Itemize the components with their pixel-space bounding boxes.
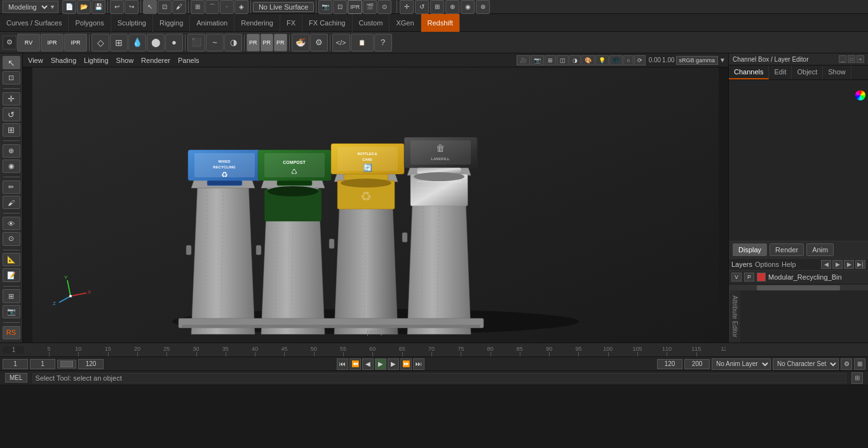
cb-tab-show[interactable]: Show (823, 65, 851, 79)
shelf-help-btn[interactable]: ? (374, 34, 392, 51)
timeline-ruler[interactable]: 5101520253035404550556065707580859095100… (25, 343, 726, 357)
shelf-ipr2-btn[interactable]: IPR (64, 34, 87, 51)
vp-light-btn[interactable]: 💡 (595, 55, 609, 65)
shelf-rv-btn[interactable]: RV (17, 34, 40, 51)
layer-arrow-right2-btn[interactable]: ▶ (844, 260, 854, 269)
select-tool-btn[interactable]: ↖ (3, 56, 20, 69)
move-btn[interactable]: ✛ (400, 0, 414, 14)
layer-arrow-left-btn[interactable]: ◀ (821, 260, 831, 269)
scale-btn[interactable]: ⊞ (430, 0, 444, 14)
viewport-inner[interactable]: MIXED RECYCLING ♻ (23, 67, 728, 343)
go-end-btn[interactable]: ⏭ (413, 358, 424, 370)
cb-maximize-btn[interactable]: □ (848, 55, 855, 63)
no-live-surface-btn[interactable]: No Live Surface (253, 2, 314, 12)
snap-surface-btn[interactable]: ◈ (234, 0, 248, 14)
panels-menu[interactable]: Panels (175, 55, 202, 65)
tab-polygons[interactable]: Polygons (69, 14, 111, 32)
cb-tab-channels[interactable]: Channels (729, 65, 769, 79)
go-start-btn[interactable]: ⏮ (337, 358, 348, 370)
tab-rigging[interactable]: Rigging (153, 14, 190, 32)
paint-weight-btn[interactable]: 🖌 (3, 196, 20, 209)
step-back-btn[interactable]: ⏪ (349, 358, 361, 370)
rs-logo-btn[interactable]: RS (3, 326, 20, 339)
move-tool-btn[interactable]: ✛ (3, 92, 20, 105)
sculpt-btn[interactable]: ✏ (3, 180, 20, 194)
vp-cam2-btn[interactable]: 📷 (531, 55, 544, 65)
measure-btn[interactable]: 📐 (3, 253, 20, 266)
undo-btn[interactable]: ↩ (110, 0, 124, 14)
layer-tab-anim[interactable]: Anim (806, 243, 834, 256)
char-set-icon1[interactable]: ⚙ (841, 358, 852, 370)
iso-btn[interactable]: ⊙ (3, 232, 20, 245)
vp-grid-toggle[interactable]: ⊞ (545, 55, 556, 65)
end-frame-input[interactable] (78, 359, 104, 369)
vp-cam-btn[interactable]: 🎥 (517, 55, 530, 65)
channel-box-scrollbar[interactable] (729, 284, 868, 290)
rotate-btn[interactable]: ↺ (415, 0, 429, 14)
shelf-code-btn[interactable]: </> (332, 34, 350, 51)
mode-selector[interactable]: Modeling Rigging Animation FX ▼ (3, 1, 58, 13)
layer-p-btn[interactable]: P (744, 273, 754, 282)
shelf-arrow1-btn[interactable]: ~ (206, 34, 224, 51)
color-profile-dropdown[interactable]: sRGB gamma (676, 56, 719, 65)
shelf-diamond-btn[interactable]: ◇ (92, 34, 109, 51)
current-frame-input[interactable]: 1 (30, 359, 55, 369)
mode-dropdown[interactable]: Modeling Rigging Animation FX (6, 3, 50, 11)
color-picker-icon[interactable] (855, 90, 865, 100)
open-file-btn[interactable]: 📂 (77, 0, 91, 14)
vp-wire-toggle[interactable]: ◫ (557, 55, 569, 65)
vp-shade-btn[interactable]: ◑ (569, 55, 581, 65)
shelf-grid-btn[interactable]: ⊞ (110, 34, 128, 51)
tab-fx-caching[interactable]: FX Caching (302, 14, 352, 32)
shelf-pr3-btn[interactable]: PR (274, 34, 287, 51)
snap-grid-btn[interactable]: ⊞ (191, 0, 205, 14)
snap-point-btn[interactable]: · (220, 0, 234, 14)
command-input[interactable]: Select Tool: select an object (32, 373, 846, 383)
layer-arrow-end-btn[interactable]: ▶| (855, 260, 865, 269)
viewport[interactable]: View Shading Lighting Show Renderer Pane… (23, 53, 728, 343)
paint-sel-btn[interactable]: 🖌 (172, 0, 186, 14)
tab-sculpting[interactable]: Sculpting (111, 14, 153, 32)
show-menu[interactable]: Show (114, 55, 137, 65)
rd-btn[interactable]: ⊙ (377, 0, 391, 14)
tab-curves-surfaces[interactable]: Curves / Surfaces (0, 14, 69, 32)
shelf-pr2-btn[interactable]: PR (261, 34, 274, 51)
shading-menu[interactable]: Shading (48, 55, 79, 65)
shelf-sphere1-btn[interactable]: ⬤ (147, 34, 165, 51)
layers-options-menu[interactable]: Options (755, 261, 779, 268)
ipr-btn[interactable]: IPR (348, 0, 362, 14)
new-file-btn[interactable]: 📄 (62, 0, 76, 14)
mel-btn[interactable]: MEL (5, 373, 27, 383)
shelf-drop-btn[interactable]: 💧 (128, 34, 146, 51)
snap-curve-btn[interactable]: ⌒ (205, 0, 219, 14)
soft-mod-btn[interactable]: ◉ (3, 160, 20, 173)
shelf-bowl-btn[interactable]: 🍜 (292, 34, 309, 51)
renderer-menu[interactable]: Renderer (139, 55, 173, 65)
layer-tab-display[interactable]: Display (733, 243, 767, 256)
layer-tab-render[interactable]: Render (770, 243, 804, 256)
tab-fx[interactable]: FX (280, 14, 302, 32)
layer-arrow-right-btn[interactable]: ▶ (832, 260, 843, 269)
show-hide-btn[interactable]: 👁 (3, 217, 20, 230)
render-btn[interactable]: 🎬 (363, 0, 377, 14)
anim-end2-input[interactable] (684, 359, 710, 369)
tab-rendering[interactable]: Rendering (234, 14, 280, 32)
anim-layer-dropdown[interactable]: No Anim Layer (712, 358, 771, 370)
cb-minimize-btn[interactable]: _ (839, 55, 846, 63)
char-set-dropdown[interactable]: No Character Set (773, 358, 839, 370)
next-frame-btn[interactable]: ▶ (388, 358, 399, 370)
start-frame-input[interactable]: 1 (3, 359, 28, 369)
layer-color-swatch[interactable] (757, 273, 766, 282)
prev-frame-btn[interactable]: ◀ (362, 358, 374, 370)
soft-sel-btn[interactable]: ◉ (461, 0, 475, 14)
select-btn[interactable]: ↖ (143, 0, 157, 14)
save-file-btn[interactable]: 💾 (92, 0, 105, 14)
step-fwd-btn[interactable]: ⏩ (400, 358, 412, 370)
tab-redshift[interactable]: Redshift (421, 14, 460, 32)
paint-sel-tool-btn[interactable]: ⊡ (3, 71, 20, 85)
scrollbar-thumb[interactable] (757, 285, 840, 290)
shelf-settings-btn[interactable]: ⚙ (3, 36, 17, 50)
universal-btn[interactable]: ⊕ (445, 0, 459, 14)
camera-ortho-btn[interactable]: 📷 (3, 305, 20, 318)
shelf-log-btn[interactable]: 📋 (351, 34, 374, 51)
